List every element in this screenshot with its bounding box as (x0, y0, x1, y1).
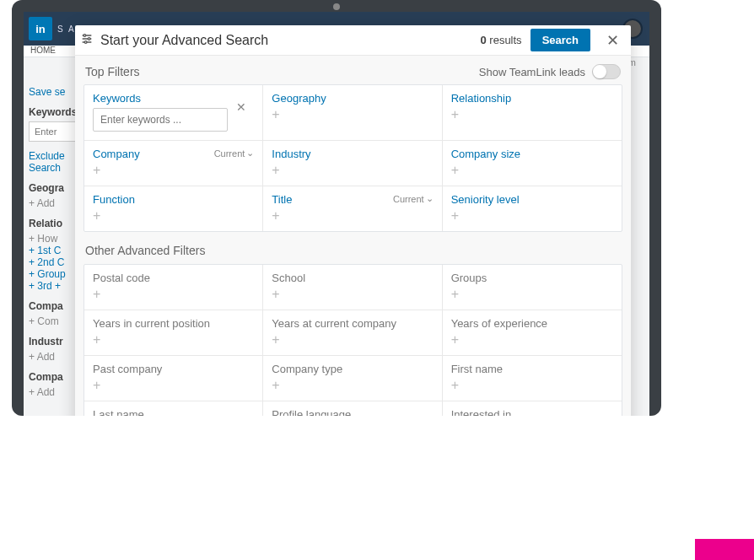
filter-label: Keywords (93, 92, 254, 105)
filter-profile-language[interactable]: Profile language+ (263, 401, 442, 416)
plus-icon[interactable]: + (93, 333, 254, 347)
current-chip[interactable]: Current ⌄ (214, 148, 255, 159)
filter-label: Geography (272, 92, 433, 105)
pink-overlay (695, 539, 754, 560)
device-frame: in S A t HOME nkedin.com Save se Keyword… (12, 0, 661, 416)
chevron-down-icon: ⌄ (426, 193, 434, 204)
plus-icon[interactable]: + (93, 379, 254, 392)
svg-point-5 (84, 41, 87, 44)
filter-label: Years at current company (272, 317, 433, 330)
filter-label: School (272, 272, 433, 284)
filter-label: Seniority level (451, 193, 613, 206)
camera-notch (333, 3, 340, 10)
filter-label: Years in current position (93, 317, 254, 330)
results-count: 0 results (480, 34, 521, 46)
filter-past-company[interactable]: Past company+ (84, 356, 263, 401)
svg-point-4 (88, 38, 90, 40)
svg-point-3 (83, 35, 86, 37)
filter-years-experience[interactable]: Years of experience+ (443, 310, 622, 356)
close-button[interactable]: ✕ (602, 31, 622, 50)
modal-title: Start your Advanced Search (100, 33, 480, 48)
modal-body: Top Filters Show TeamLink leads Keywords… (75, 56, 631, 416)
filter-label: Function (93, 193, 254, 206)
advanced-search-modal: Start your Advanced Search 0 results Sea… (75, 25, 631, 416)
filter-industry[interactable]: Industry + (263, 141, 442, 186)
plus-icon[interactable]: + (93, 209, 254, 223)
filter-years-company[interactable]: Years at current company+ (263, 310, 442, 356)
sliders-icon (80, 32, 95, 48)
filter-label: Last name (93, 408, 254, 416)
filter-label: Years of experience (451, 317, 613, 330)
filter-seniority[interactable]: Seniority level + (443, 186, 622, 231)
other-filters-grid: Postal code+ School+ Groups+ Years in cu… (83, 264, 622, 416)
filter-label: Industry (272, 148, 433, 160)
plus-icon[interactable]: + (451, 209, 613, 223)
modal-header: Start your Advanced Search 0 results Sea… (75, 25, 631, 56)
plus-icon[interactable]: + (272, 333, 433, 347)
other-filters-label: Other Advanced Filters (75, 232, 631, 264)
filter-last-name[interactable]: Last name+ (84, 401, 263, 416)
filter-company-type[interactable]: Company type+ (263, 356, 442, 401)
filter-label: Groups (451, 272, 613, 284)
filter-keywords[interactable]: Keywords ✕ (84, 85, 263, 141)
plus-icon[interactable]: + (272, 164, 433, 177)
filter-label: Relationship (451, 92, 613, 105)
plus-icon[interactable]: + (451, 379, 613, 392)
plus-icon[interactable]: + (451, 108, 613, 121)
chevron-down-icon: ⌄ (246, 148, 254, 159)
plus-icon[interactable]: + (451, 333, 613, 347)
plus-icon[interactable]: + (272, 288, 433, 301)
teamlink-label: Show TeamLink leads (479, 66, 585, 78)
top-filters-grid: Keywords ✕ Geography + Relationship + Cu… (83, 84, 622, 232)
keywords-input[interactable] (93, 108, 228, 132)
top-filters-header: Top Filters Show TeamLink leads (75, 56, 631, 84)
plus-icon[interactable]: + (451, 164, 613, 177)
teamlink-toggle-wrap: Show TeamLink leads (479, 64, 621, 79)
filter-function[interactable]: Function + (84, 186, 263, 231)
filter-company[interactable]: Current ⌄ Company + (84, 141, 263, 186)
current-chip[interactable]: Current ⌄ (393, 193, 434, 204)
filter-relationship[interactable]: Relationship + (443, 85, 622, 141)
linkedin-logo: in (29, 17, 52, 40)
filter-first-name[interactable]: First name+ (443, 356, 622, 401)
filter-title[interactable]: Current ⌄ Title + (263, 186, 442, 231)
filter-school[interactable]: School+ (263, 265, 442, 310)
plus-icon[interactable]: + (93, 288, 254, 301)
filter-label: First name (451, 363, 613, 375)
plus-icon[interactable]: + (272, 108, 433, 121)
top-filters-label: Top Filters (85, 65, 140, 78)
filter-interested-in[interactable]: Interested in+ (443, 401, 622, 416)
filter-geography[interactable]: Geography + (263, 85, 442, 141)
plus-icon[interactable]: + (93, 164, 254, 177)
filter-label: Interested in (451, 408, 613, 416)
filter-years-position[interactable]: Years in current position+ (84, 310, 263, 356)
filter-label: Company size (451, 148, 613, 160)
filter-label: Past company (93, 363, 254, 375)
filter-groups[interactable]: Groups+ (443, 265, 622, 310)
filter-label: Company type (272, 363, 433, 375)
plus-icon[interactable]: + (272, 209, 433, 223)
clear-icon[interactable]: ✕ (236, 100, 246, 114)
filter-postal-code[interactable]: Postal code+ (84, 265, 263, 310)
filter-company-size[interactable]: Company size + (443, 141, 622, 186)
search-button[interactable]: Search (530, 29, 590, 51)
brand-text: S A (57, 24, 76, 34)
teamlink-toggle[interactable] (592, 64, 621, 79)
screen: in S A t HOME nkedin.com Save se Keyword… (24, 12, 649, 416)
filter-label: Profile language (272, 408, 433, 416)
plus-icon[interactable]: + (451, 288, 613, 301)
home-tab[interactable]: HOME (30, 46, 56, 55)
filter-label: Postal code (93, 272, 254, 284)
plus-icon[interactable]: + (272, 379, 433, 392)
